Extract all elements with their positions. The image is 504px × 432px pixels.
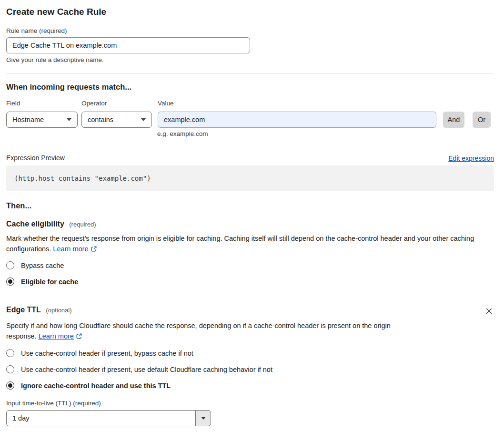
page-title: Create new Cache Rule	[6, 6, 494, 18]
edge-ttl-badge: (optional)	[46, 307, 71, 314]
cache-eligibility-badge: (required)	[69, 221, 96, 228]
expression-code-text: (http.host contains "example.com")	[14, 175, 151, 182]
edit-expression-link[interactable]: Edit expression	[448, 154, 494, 162]
radio-label: Eligible for cache	[21, 278, 78, 286]
cache-learn-more-link[interactable]: Learn more	[53, 245, 88, 253]
expression-preview-code: (http.host contains "example.com")	[6, 165, 494, 191]
ttl-label: Input time-to-live (TTL) (required)	[6, 399, 494, 407]
radio-icon[interactable]	[6, 349, 14, 357]
cache-eligibility-heading: Cache eligibility	[6, 220, 64, 228]
edge-ttl-description: Specify if and how long Cloudflare shoul…	[6, 321, 402, 342]
chevron-down-icon	[67, 118, 71, 121]
edge-ttl-heading: Edge TTL	[6, 306, 41, 314]
edge-learn-more-link[interactable]: Learn more	[39, 332, 74, 340]
expression-preview-label: Expression Preview	[6, 154, 65, 162]
radio-label: Use cache-control header if present, byp…	[21, 350, 193, 357]
radio-label: Ignore cache-control header and use this…	[21, 382, 171, 390]
radio-bypass-cache[interactable]: Bypass cache	[6, 261, 494, 269]
close-button[interactable]	[484, 306, 494, 318]
rule-name-input[interactable]	[6, 37, 250, 53]
field-select[interactable]: Hostname	[6, 112, 78, 128]
cache-eligibility-description: Mark whether the request’s response from…	[6, 234, 485, 255]
divider	[6, 293, 494, 293]
rule-name-label: Rule name (required)	[6, 27, 494, 35]
match-heading: When incoming requests match...	[6, 82, 494, 92]
value-helper: e.g. example.com	[157, 130, 494, 138]
close-icon	[485, 309, 493, 317]
radio-use-header-bypass[interactable]: Use cache-control header if present, byp…	[6, 349, 494, 357]
or-button[interactable]: Or	[473, 112, 491, 128]
radio-icon[interactable]	[6, 278, 14, 286]
divider	[6, 73, 494, 73]
operator-label: Operator	[81, 99, 158, 107]
rule-name-helper: Give your rule a descriptive name.	[6, 56, 494, 64]
external-link-icon	[91, 245, 97, 256]
radio-eligible-for-cache[interactable]: Eligible for cache	[6, 278, 494, 286]
radio-label: Use cache-control header if present, use…	[21, 366, 272, 373]
radio-icon[interactable]	[6, 261, 14, 269]
radio-ignore-header-use-ttl[interactable]: Ignore cache-control header and use this…	[6, 381, 494, 390]
field-label: Field	[6, 99, 81, 107]
operator-select[interactable]: contains	[81, 112, 152, 128]
ttl-input[interactable]	[6, 410, 196, 426]
radio-use-header-default[interactable]: Use cache-control header if present, use…	[6, 365, 494, 373]
value-label: Value	[158, 99, 174, 107]
operator-select-value: contains	[88, 116, 113, 123]
field-select-value: Hostname	[12, 116, 44, 123]
radio-icon[interactable]	[6, 365, 14, 373]
value-input[interactable]	[158, 112, 436, 128]
then-heading: Then...	[6, 201, 494, 210]
chevron-down-icon	[141, 118, 146, 121]
and-button[interactable]: And	[443, 112, 464, 128]
external-link-icon	[76, 332, 82, 343]
radio-icon[interactable]	[6, 381, 14, 390]
radio-label: Bypass cache	[21, 262, 64, 269]
chevron-down-icon	[201, 417, 206, 420]
ttl-dropdown-button[interactable]	[195, 410, 211, 426]
